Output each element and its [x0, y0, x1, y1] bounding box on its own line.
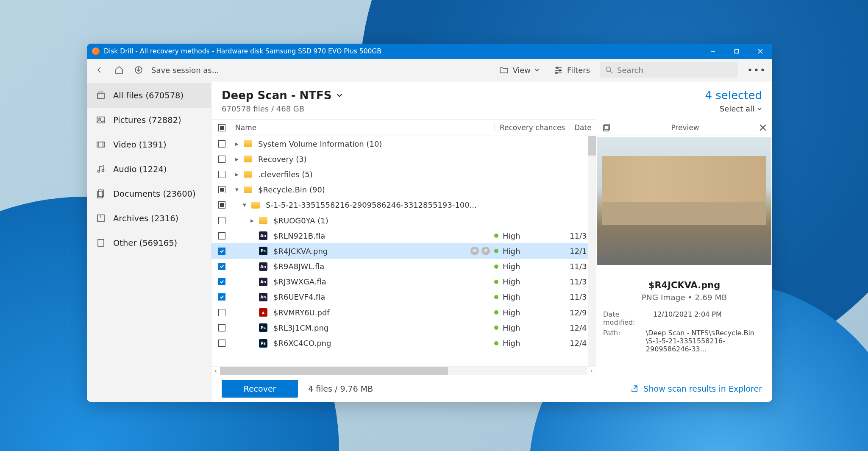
row-checkbox[interactable] [218, 278, 225, 285]
back-button[interactable] [93, 63, 106, 77]
row-checkbox[interactable] [218, 232, 225, 239]
file-list[interactable]: ▶System Volume Information (10)▶Recovery… [211, 136, 596, 366]
file-row[interactable]: ▶.cleverfiles (5) [211, 167, 596, 182]
sidebar-item-archives[interactable]: Archives (2316) [87, 206, 211, 231]
window-title: Disk Drill - All recovery methods - Hard… [104, 47, 381, 55]
sidebar-item-audio[interactable]: Audio (1224) [87, 157, 211, 181]
show-in-explorer-link[interactable]: Show scan results in Explorer [630, 384, 762, 393]
filters-button[interactable]: Filters [550, 66, 594, 75]
file-name: $RLN921B.fla [273, 231, 325, 240]
sidebar-item-other[interactable]: Other (569165) [87, 231, 211, 255]
file-row[interactable]: Ps$R6XC4CO.pngHigh12/4 [211, 335, 596, 351]
column-recovery[interactable]: Recovery chances [494, 123, 570, 132]
file-row[interactable]: An$R9A8JWL.flaHigh11/3 [211, 259, 596, 274]
file-type-icon [244, 155, 252, 163]
sidebar-item-all-files[interactable]: All files (670578) [87, 83, 211, 108]
search-input[interactable] [617, 66, 733, 75]
file-row[interactable]: An$R6UEVF4.flaHigh11/3 [211, 290, 596, 305]
main-area: Deep Scan - NTFS 670578 files / 468 GB 4… [211, 81, 772, 402]
sidebar-item-documents[interactable]: Documents (23600) [87, 181, 211, 206]
row-checkbox[interactable] [218, 217, 225, 224]
svg-rect-18 [97, 142, 105, 147]
file-row[interactable]: ▲$RVMRY6U.pdfHigh12/9 [211, 305, 596, 320]
expand-caret-icon[interactable]: ▶ [235, 157, 241, 161]
sidebar-item-video[interactable]: Video (1391) [87, 132, 211, 157]
file-row[interactable]: ▼$Recycle.Bin (90) [211, 182, 596, 198]
expand-caret-icon[interactable]: ▶ [250, 218, 256, 223]
column-date[interactable]: Date [570, 123, 596, 132]
search-box[interactable] [600, 62, 738, 78]
row-checkbox[interactable] [218, 293, 225, 301]
view-dropdown[interactable]: View [495, 66, 544, 75]
column-name[interactable]: Name [232, 123, 494, 132]
recovery-label: High [503, 247, 520, 256]
file-name: $RUOG0YA (1) [273, 216, 328, 225]
row-checkbox[interactable] [218, 248, 225, 255]
date-modified-label: Date modified: [603, 310, 653, 326]
select-all-dropdown[interactable]: Select all [705, 104, 762, 113]
more-button[interactable]: ••• [747, 65, 766, 75]
footer: Recover 4 files / 9.76 MB Show scan resu… [211, 375, 772, 402]
vertical-scrollbar[interactable] [588, 136, 596, 366]
select-all-checkbox[interactable] [218, 124, 225, 131]
select-all-label: Select all [720, 104, 754, 113]
titlebar[interactable]: Disk Drill - All recovery methods - Hard… [87, 44, 772, 59]
document-icon [96, 189, 106, 198]
row-checkbox[interactable] [218, 340, 225, 347]
file-row[interactable]: Ps$R4JCKVA.png👁#High12/1 [211, 243, 596, 259]
recover-button[interactable]: Recover [222, 380, 298, 398]
minimize-button[interactable] [701, 44, 725, 59]
row-checkbox[interactable] [218, 309, 225, 316]
music-icon [96, 164, 106, 174]
row-checkbox[interactable] [218, 263, 225, 270]
row-checkbox[interactable] [218, 201, 225, 209]
file-row[interactable]: An$RJ3WXGA.flaHigh11/3 [211, 274, 596, 290]
expand-caret-icon[interactable]: ▼ [243, 203, 249, 207]
file-row[interactable]: ▼S-1-5-21-3351558216-2909586246-33128551… [211, 198, 596, 213]
path-value-1: \Deep Scan - NTFS\$Recycle.Bin [646, 329, 754, 337]
file-name: $Recycle.Bin (90) [258, 185, 325, 194]
path-value-2: \S-1-5-21-3351558216-2909586246-33... [646, 337, 725, 353]
file-type-icon: Ps [259, 339, 267, 348]
search-icon [605, 66, 613, 74]
file-name: $R6XC4CO.png [273, 339, 331, 348]
file-type-icon [244, 170, 252, 178]
close-button[interactable] [748, 44, 772, 59]
folder-icon [499, 66, 509, 74]
home-button[interactable] [112, 63, 126, 77]
row-checkbox[interactable] [218, 186, 225, 193]
row-checkbox[interactable] [218, 140, 225, 148]
video-icon [96, 140, 106, 149]
file-name: $RJ3WXGA.fla [273, 277, 326, 286]
close-preview-icon[interactable] [760, 124, 766, 131]
svg-line-13 [610, 71, 612, 73]
expand-caret-icon[interactable]: ▼ [235, 187, 241, 192]
preview-header-label: Preview [611, 123, 760, 132]
app-icon [92, 47, 100, 55]
row-checkbox[interactable] [218, 324, 225, 331]
svg-rect-29 [604, 125, 608, 131]
maximize-button[interactable] [725, 44, 748, 59]
copy-icon[interactable] [602, 123, 611, 132]
save-session-link[interactable]: Save session as... [151, 66, 219, 75]
svg-rect-14 [97, 93, 104, 98]
save-session-icon[interactable] [132, 63, 145, 77]
scan-title-dropdown[interactable]: Deep Scan - NTFS [222, 89, 343, 102]
sidebar-item-label: Audio (1224) [113, 164, 167, 174]
horizontal-scrollbar[interactable]: ‹› [211, 366, 596, 375]
row-checkbox[interactable] [218, 156, 225, 163]
expand-caret-icon[interactable]: ▶ [235, 172, 241, 177]
svg-rect-27 [98, 239, 104, 246]
chevron-down-icon [757, 106, 762, 111]
file-row[interactable]: An$RLN921B.flaHigh11/3 [211, 228, 596, 243]
file-row[interactable]: Ps$RL3J1CM.pngHigh12/4 [211, 320, 596, 335]
file-type-icon [259, 216, 267, 225]
expand-caret-icon[interactable]: ▶ [235, 142, 241, 146]
file-row[interactable]: ▶Recovery (3) [211, 151, 596, 167]
row-checkbox[interactable] [218, 171, 225, 178]
file-row[interactable]: ▶$RUOG0YA (1) [211, 213, 596, 228]
app-window: Disk Drill - All recovery methods - Hard… [87, 44, 772, 402]
sidebar-item-pictures[interactable]: Pictures (72882) [87, 108, 211, 132]
sidebar: All files (670578) Pictures (72882) Vide… [87, 81, 211, 402]
file-row[interactable]: ▶System Volume Information (10) [211, 136, 596, 151]
